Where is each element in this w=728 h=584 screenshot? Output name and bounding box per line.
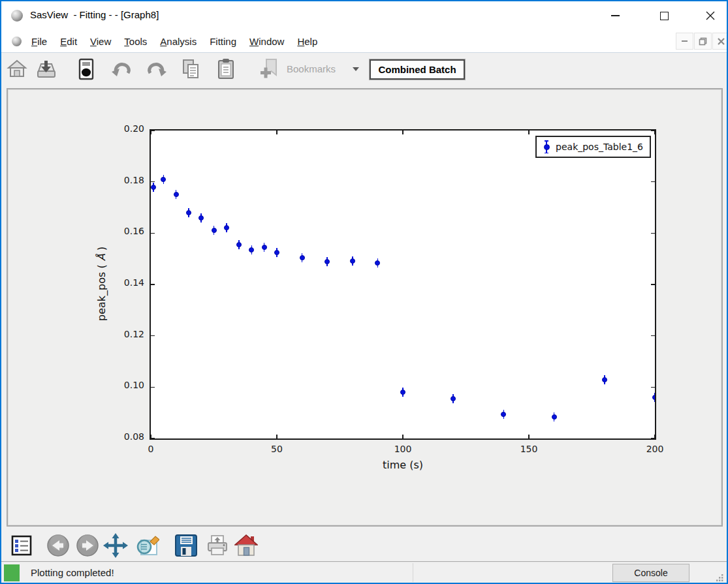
home-icon [7, 59, 27, 80]
console-button[interactable]: Console [612, 564, 689, 582]
data-point [236, 242, 242, 247]
context-list-icon [11, 535, 32, 556]
y-tick-label: 0.18 [113, 175, 144, 185]
reset-button[interactable] [234, 533, 259, 558]
data-point [652, 395, 656, 400]
plot-legend[interactable]: peak_pos_Table1_6 [535, 136, 651, 158]
menu-item-edit[interactable]: Edit [54, 36, 84, 47]
x-tick [528, 131, 530, 134]
forward-icon [76, 534, 99, 557]
forward-button[interactable] [75, 533, 100, 558]
paste-icon [215, 58, 236, 80]
statusbar: Plotting completed! Console [1, 561, 727, 583]
redo-button[interactable] [145, 57, 168, 81]
menu-item-help[interactable]: Help [291, 36, 324, 47]
copy-icon [180, 58, 201, 80]
minimize-button[interactable] [601, 5, 629, 26]
report-button[interactable] [74, 57, 98, 81]
data-point [212, 228, 217, 233]
y-tick-label: 0.08 [113, 431, 144, 442]
main-toolbar: Bookmarks Combined Batch [1, 53, 727, 87]
menu-item-window[interactable]: Window [243, 36, 291, 47]
data-point [451, 396, 456, 401]
data-point [186, 210, 191, 215]
y-axis-label: peak_pos ( Å ) [92, 182, 110, 386]
y-tick-label: 0.10 [113, 380, 144, 390]
x-tick [528, 435, 530, 438]
statusbar-divider [413, 563, 413, 582]
mdi-restore-button[interactable] [694, 33, 712, 50]
copy-button[interactable] [179, 57, 202, 81]
combined-batch-button[interactable]: Combined Batch [370, 59, 465, 80]
data-point [501, 412, 506, 417]
context-menu-button[interactable] [9, 533, 34, 558]
data-point [198, 215, 204, 221]
y-tick-label: 0.16 [113, 226, 144, 236]
bookmark-button[interactable] [259, 57, 282, 81]
data-point [161, 177, 166, 182]
mdi-minimize-icon [682, 40, 688, 42]
mdi-close-icon [718, 38, 725, 45]
report-icon [76, 58, 97, 80]
save-icon [174, 534, 198, 557]
app-logo-icon [11, 10, 23, 22]
x-axis-label: time (s) [282, 459, 524, 471]
back-button[interactable] [46, 533, 71, 558]
redo-icon [146, 59, 168, 80]
x-tick-label: 200 [639, 444, 671, 454]
undo-button[interactable] [110, 57, 133, 81]
resize-grip[interactable] [716, 574, 723, 581]
save-button[interactable] [174, 533, 198, 558]
mdi-close-button[interactable] [712, 33, 728, 50]
load-data-icon [35, 58, 57, 80]
status-indicator [4, 564, 20, 581]
minimize-icon [611, 15, 620, 16]
y-tick [151, 387, 155, 388]
menu-item-fitting[interactable]: Fitting [203, 36, 243, 47]
legend-label: peak_pos_Table1_6 [556, 142, 643, 152]
titlebar: SasView - Fitting - - [Graph8] [1, 1, 727, 30]
y-tick [651, 335, 655, 337]
pan-button[interactable] [103, 533, 128, 558]
data-point [400, 390, 405, 395]
x-tick-label: 150 [513, 444, 545, 454]
print-button[interactable] [205, 533, 230, 558]
zoom-button[interactable] [135, 533, 159, 558]
x-tick [276, 131, 277, 134]
legend-marker-icon [543, 140, 550, 154]
data-point [249, 247, 254, 253]
plot-canvas[interactable]: peak_pos_Table1_6 [150, 129, 656, 440]
y-tick [651, 130, 655, 131]
undo-icon [110, 59, 133, 80]
bookmark-icon [259, 57, 282, 81]
pan-icon [103, 533, 128, 558]
dropdown-caret-icon[interactable] [353, 67, 359, 71]
data-point [151, 185, 156, 190]
window-title: SasView - Fitting - - [Graph8] [30, 9, 159, 20]
close-button[interactable] [696, 5, 725, 26]
y-tick-label: 0.20 [113, 123, 144, 134]
data-point [300, 255, 305, 260]
x-tick-label: 0 [135, 444, 167, 454]
x-tick [150, 131, 151, 134]
x-tick-label: 50 [261, 444, 293, 454]
close-icon [706, 11, 715, 20]
y-tick [151, 130, 155, 131]
menu-item-tools[interactable]: Tools [118, 36, 153, 47]
home-button[interactable] [5, 57, 29, 81]
reset-icon [234, 534, 258, 557]
content-area: peak_pos_Table1_6 050100150200 0.080.100… [1, 86, 727, 561]
paste-button[interactable] [214, 57, 238, 81]
data-point [262, 245, 267, 250]
maximize-button[interactable] [650, 5, 678, 26]
x-tick-label: 100 [387, 444, 419, 454]
plot-nav-toolbar [1, 531, 727, 561]
print-icon [206, 534, 229, 557]
bookmarks-label[interactable]: Bookmarks [287, 63, 336, 74]
load-data-button[interactable] [34, 57, 57, 81]
menu-item-view[interactable]: View [84, 36, 118, 47]
mdi-minimize-button[interactable] [676, 33, 693, 50]
y-tick [151, 335, 155, 337]
menu-item-analysis[interactable]: Analysis [153, 36, 203, 47]
menu-item-file[interactable]: File [25, 36, 54, 47]
